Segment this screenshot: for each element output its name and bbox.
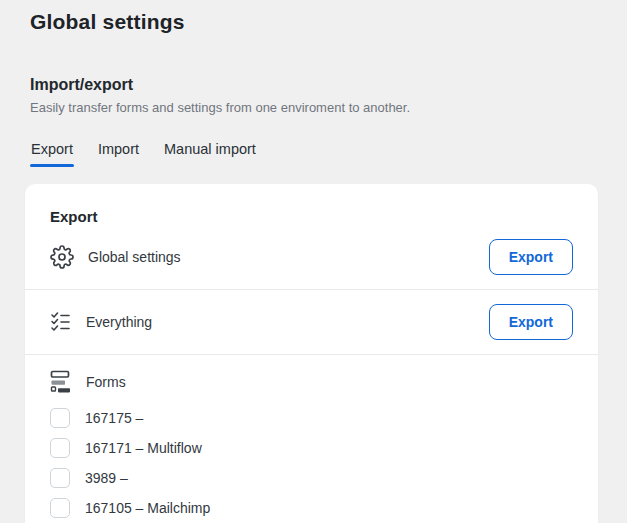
row-label-global-settings: Global settings [88, 249, 181, 265]
form-list-item: 167175 – [50, 408, 573, 428]
section-heading: Import/export [30, 76, 602, 94]
tab-import[interactable]: Import [97, 139, 140, 167]
page-title: Global settings [30, 10, 602, 34]
export-global-settings-button[interactable]: Export [489, 239, 573, 275]
tab-manual-import[interactable]: Manual import [163, 139, 257, 167]
form-checkbox-167171[interactable] [50, 438, 70, 458]
form-list-item: 3989 – [50, 468, 573, 488]
export-row-global-settings: Global settings Export [25, 225, 598, 289]
form-item-label: 167105 – Mailchimp [85, 500, 210, 516]
form-list-item: 167105 – Mailchimp [50, 498, 573, 518]
forms-icon [50, 370, 72, 393]
form-item-label: 167171 – Multiflow [85, 440, 202, 456]
form-checkbox-3989[interactable] [50, 468, 70, 488]
form-list-item: 167171 – Multiflow [50, 438, 573, 458]
checklist-icon [50, 310, 72, 334]
import-export-tabs: Export Import Manual import [30, 139, 602, 167]
form-item-label: 167175 – [85, 410, 143, 426]
form-checkbox-167175[interactable] [50, 408, 70, 428]
form-item-label: 3989 – [85, 470, 128, 486]
forms-section-label: Forms [86, 374, 126, 390]
gear-icon [50, 245, 74, 269]
card-heading: Export [50, 208, 573, 225]
forms-checkbox-list: 167175 – 167171 – Multiflow 3989 – 16710… [25, 393, 598, 523]
forms-section-header: Forms [25, 355, 598, 393]
export-card: Export Global settings Export [25, 184, 598, 523]
form-checkbox-167105[interactable] [50, 498, 70, 518]
export-row-everything: Everything Export [25, 290, 598, 354]
section-description: Easily transfer forms and settings from … [30, 100, 602, 115]
settings-page: Global settings Import/export Easily tra… [0, 0, 627, 523]
export-everything-button[interactable]: Export [489, 304, 573, 340]
row-label-everything: Everything [86, 314, 152, 330]
tab-export[interactable]: Export [30, 139, 74, 167]
